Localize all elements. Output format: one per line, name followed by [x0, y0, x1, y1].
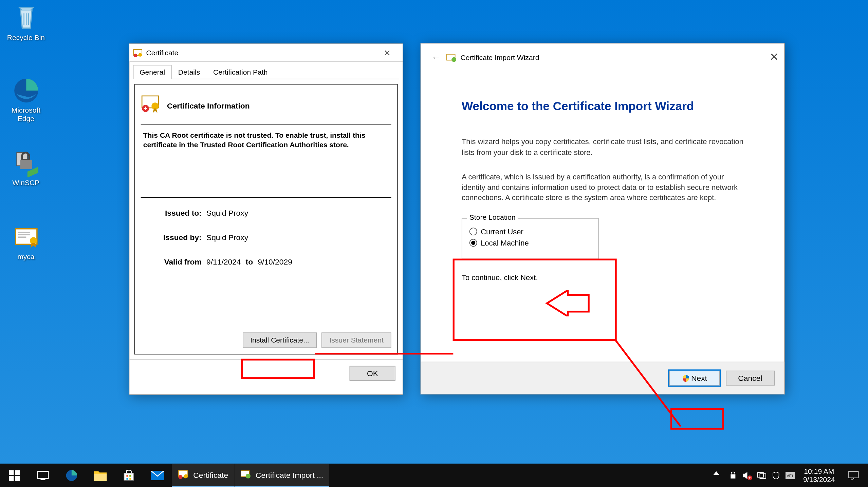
next-button[interactable]: Next — [669, 371, 720, 386]
task-view-button[interactable] — [29, 464, 57, 487]
taskbar-app-label: Certificate — [193, 470, 228, 479]
taskbar-edge[interactable] — [57, 464, 86, 487]
wizard-icon — [446, 53, 457, 63]
tray-date: 9/13/2024 — [803, 475, 835, 484]
cert-badge-icon — [141, 94, 161, 117]
issuer-statement-button: Issuer Statement — [322, 332, 391, 348]
svg-rect-2 — [20, 160, 32, 169]
radio-current-user[interactable]: Current User — [469, 227, 591, 236]
radio-local-machine[interactable]: Local Machine — [469, 239, 591, 247]
certificate-panel: Certificate Information This CA Root cer… — [134, 84, 398, 355]
svg-point-31 — [184, 474, 188, 478]
tray-defender-icon[interactable] — [771, 471, 780, 480]
svg-point-32 — [179, 475, 183, 479]
svg-point-15 — [451, 57, 456, 62]
next-button-label: Next — [691, 374, 707, 383]
certificate-icon — [133, 48, 143, 57]
tab-general[interactable]: General — [133, 65, 172, 79]
install-certificate-button[interactable]: Install Certificate... — [242, 332, 317, 348]
svg-rect-19 — [15, 476, 20, 481]
tray-network-icon[interactable] — [757, 471, 766, 480]
wizard-title: Certificate Import Wizard — [460, 54, 539, 62]
svg-rect-20 — [38, 471, 49, 479]
cert-info-heading: Certificate Information — [167, 101, 250, 110]
radio-label: Local Machine — [481, 239, 529, 247]
svg-point-34 — [245, 473, 250, 478]
issued-by-value: Squid Proxy — [206, 233, 248, 242]
svg-rect-27 — [126, 478, 128, 480]
issued-to-value: Squid Proxy — [206, 209, 248, 218]
certificate-import-wizard: ← Certificate Import Wizard ✕ Welcome to… — [421, 43, 785, 395]
wizard-heading: Welcome to the Certificate Import Wizard — [462, 99, 744, 113]
svg-rect-41 — [849, 471, 858, 478]
taskbar-mail[interactable] — [143, 464, 172, 487]
taskbar-explorer[interactable] — [86, 464, 114, 487]
svg-rect-18 — [9, 476, 14, 481]
start-button[interactable] — [0, 464, 29, 487]
tray-time: 10:19 AM — [803, 467, 835, 475]
certificate-dialog: Certificate ✕ General Details Certificat… — [129, 43, 403, 395]
wizard-paragraph-2: A certificate, which is issued by a cert… — [462, 172, 744, 203]
tab-strip: General Details Certification Path — [133, 64, 399, 79]
radio-icon — [469, 228, 477, 235]
shield-icon — [682, 374, 690, 383]
svg-rect-16 — [9, 470, 14, 475]
wizard-paragraph-1: This wizard helps you copy certificates,… — [462, 137, 744, 158]
issued-by-label: Issued by: — [153, 233, 202, 242]
svg-rect-17 — [15, 470, 20, 475]
svg-rect-24 — [124, 473, 133, 480]
cert-warning-text: This CA Root certificate is not trusted.… — [141, 131, 391, 150]
winscp-icon — [12, 149, 40, 177]
edge-icon — [12, 76, 40, 105]
taskbar-store[interactable] — [114, 464, 143, 487]
close-button[interactable]: ✕ — [770, 51, 778, 64]
wizard-icon — [240, 469, 251, 481]
tab-certification-path[interactable]: Certification Path — [207, 65, 274, 79]
tray-overflow[interactable] — [709, 464, 723, 487]
close-button[interactable]: ✕ — [375, 48, 399, 57]
desktop-icon-label: WinSCP — [4, 179, 49, 187]
tab-details[interactable]: Details — [171, 65, 206, 79]
tray-security-icon[interactable] — [728, 471, 738, 480]
taskbar-app-label: Certificate Import ... — [256, 470, 323, 479]
cancel-button[interactable]: Cancel — [725, 371, 775, 386]
svg-rect-25 — [126, 475, 128, 476]
svg-rect-23 — [94, 474, 107, 481]
desktop-icon-recycle-bin[interactable]: Recycle Bin — [4, 4, 49, 42]
titlebar[interactable]: Certificate ✕ — [129, 44, 403, 62]
valid-to-label: to — [246, 258, 253, 267]
valid-from-value: 9/11/2024 — [206, 258, 241, 267]
svg-rect-21 — [40, 479, 45, 481]
valid-from-label: Valid from — [153, 258, 202, 267]
taskbar: Certificate Certificate Import ... vm 10… — [0, 464, 868, 487]
issued-to-label: Issued to: — [153, 209, 202, 218]
desktop-icon-label: Recycle Bin — [4, 33, 49, 42]
window-title: Certificate — [146, 48, 375, 57]
desktop-icon-winscp[interactable]: WinSCP — [4, 149, 49, 187]
svg-rect-35 — [731, 474, 735, 479]
store-location-fieldset: Store Location Current User Local Machin… — [462, 218, 599, 259]
radio-label: Current User — [481, 227, 523, 236]
tray-vmware-icon[interactable]: vm — [785, 471, 795, 480]
taskbar-app-cert-import[interactable]: Certificate Import ... — [234, 464, 329, 487]
taskbar-app-certificate[interactable]: Certificate — [172, 464, 234, 487]
svg-rect-37 — [757, 472, 763, 477]
desktop-icon-edge[interactable]: Microsoft Edge — [4, 76, 49, 123]
svg-rect-28 — [129, 478, 131, 480]
store-location-legend: Store Location — [467, 213, 518, 221]
radio-icon — [469, 239, 477, 247]
recycle-bin-icon — [12, 4, 40, 32]
tray-clock[interactable]: 10:19 AM 9/13/2024 — [799, 467, 838, 484]
action-center-button[interactable] — [843, 464, 864, 487]
desktop-icon-myca[interactable]: myca — [4, 223, 49, 261]
svg-point-10 — [134, 53, 137, 57]
certificate-file-icon — [12, 223, 40, 251]
back-button[interactable]: ← — [429, 51, 443, 64]
svg-point-9 — [138, 53, 142, 56]
certificate-icon — [178, 469, 189, 481]
svg-rect-38 — [760, 474, 766, 479]
tray-volume-icon[interactable] — [742, 471, 752, 480]
ok-button[interactable]: OK — [350, 366, 395, 381]
system-tray[interactable]: vm 10:19 AM 9/13/2024 — [704, 464, 868, 487]
annotation-box — [670, 408, 724, 430]
